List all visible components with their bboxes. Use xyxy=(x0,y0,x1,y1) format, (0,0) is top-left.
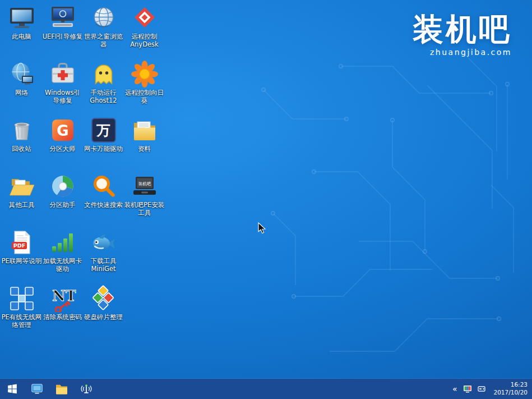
screen: 装机吧 zhuangjiba.com 此电脑 UEFI引导修复 xyxy=(0,0,532,399)
desktop-icon-label: 回收站 xyxy=(12,145,31,153)
desktop-icon-label: 硬盘碎片整理 xyxy=(84,313,123,321)
taskbar-pe-tool-button[interactable] xyxy=(25,379,49,399)
taskbar-file-explorer-button[interactable] xyxy=(49,379,74,399)
zjb-pe-installer-icon: 装机吧 xyxy=(131,173,158,200)
taskbar: « 16:23 2017/10/20 xyxy=(0,379,532,399)
windows-boot-repair-icon xyxy=(49,61,76,88)
desktop-icon-nic-driver[interactable]: 万 网卡万能驱动 xyxy=(83,116,124,172)
desktop-icon-label: 此电脑 xyxy=(12,33,31,40)
desktop-icon-label: UEFI引导修复 xyxy=(43,33,83,40)
desktop-icon-partition-assistant[interactable]: 分区助手 xyxy=(42,172,83,228)
desktop-icon-label: Windows引导修复 xyxy=(43,89,83,104)
clock-time: 16:23 xyxy=(493,381,528,389)
brand-logo: 装机吧 zhuangjiba.com xyxy=(413,13,512,57)
display-settings-icon[interactable] xyxy=(463,384,472,393)
desktop-icon-wifi-driver[interactable]: 加载无线网卡驱动 xyxy=(42,228,83,284)
partition-assistant-icon xyxy=(49,173,76,200)
anydesk-icon xyxy=(131,4,158,31)
desktop-icon-label: 分区助手 xyxy=(50,201,76,209)
recycle-bin-icon xyxy=(8,117,35,144)
desktop-icon-partition-master[interactable]: G 分区大师 xyxy=(42,116,83,172)
desktop-icon-disk-defrag[interactable]: 硬盘碎片整理 xyxy=(83,284,124,340)
taskbar-clock[interactable]: 16:23 2017/10/20 xyxy=(491,381,528,396)
wifi-driver-icon xyxy=(49,229,76,256)
tray-device-icon[interactable] xyxy=(477,384,486,393)
taskbar-wireless-tool-button[interactable] xyxy=(74,379,99,399)
desktop-icon-label: 世界之窗浏览器 xyxy=(84,33,124,48)
desktop-icon-row: PE有线无线网络管理 NT 清除系统密码 硬盘碎片整理 xyxy=(1,284,169,340)
svg-text:NT: NT xyxy=(52,287,76,304)
svg-text:PDF: PDF xyxy=(13,242,25,249)
network-icon xyxy=(8,61,35,88)
desktop-icon-label: 分区大师 xyxy=(50,145,76,153)
desktop-icon-windows-boot-repair[interactable]: Windows引导修复 xyxy=(42,59,83,116)
desktop-icon-uefi-repair[interactable]: UEFI引导修复 xyxy=(42,3,83,59)
desktop-icon-label: 清除系统密码 xyxy=(43,313,82,321)
desktop-icon-label: 手动运行Ghost12 xyxy=(84,89,124,104)
desktop-icon-pdf-readme[interactable]: PDF PE联网等说明 xyxy=(1,228,42,284)
desktop-icon-other-tools[interactable]: 其他工具 xyxy=(1,172,42,228)
svg-text:G: G xyxy=(57,122,68,139)
desktop-icon-grid: 此电脑 UEFI引导修复 世界之窗浏览器 xyxy=(1,3,169,340)
ghost12-icon xyxy=(90,61,117,88)
pe-network-manager-icon xyxy=(8,285,35,312)
desktop-icon-label: 其他工具 xyxy=(9,201,35,209)
desktop-icon-row: 此电脑 UEFI引导修复 世界之窗浏览器 xyxy=(1,3,169,59)
desktop-icon-zjb-pe-installer[interactable]: 装机吧 装机吧PE安装工具 xyxy=(124,172,165,228)
clock-date: 2017/10/20 xyxy=(493,389,528,397)
desktop-icon-row: 其他工具 分区助手 文件快速搜索 装机吧 xyxy=(1,172,169,228)
sunflower-remote-icon xyxy=(131,61,158,88)
documents-folder-icon xyxy=(131,117,158,144)
desktop-icon-anydesk[interactable]: 远程控制AnyDesk xyxy=(124,3,165,59)
desktop-icon-label: PE联网等说明 xyxy=(2,257,42,265)
file-explorer-icon xyxy=(55,383,68,395)
mouse-cursor xyxy=(257,222,266,234)
this-pc-icon xyxy=(8,4,35,31)
desktop-icon-miniget[interactable]: 下载工具MiniGet xyxy=(83,228,124,284)
taskbar-tray: « 16:23 2017/10/20 xyxy=(451,379,532,399)
desktop-icon-row: PDF PE联网等说明 加载无线网卡驱动 下载工具MiniGet xyxy=(1,228,169,284)
desktop-icon-row: 网络 Windows引导修复 手动运行Ghost12 xyxy=(1,59,169,116)
desktop-icon-pe-network-manager[interactable]: PE有线无线网络管理 xyxy=(1,284,42,340)
desktop-icon-label: 网卡万能驱动 xyxy=(84,145,123,153)
other-tools-icon xyxy=(8,173,35,200)
windows-logo-icon xyxy=(7,384,17,394)
desktop-icon-sunflower-remote[interactable]: 远程控制向日葵 xyxy=(124,59,165,116)
desktop-icon-label: 网络 xyxy=(15,89,28,97)
desktop-icon-label: 远程控制AnyDesk xyxy=(124,33,165,48)
nic-driver-icon: 万 xyxy=(90,117,117,144)
desktop-icon-label: PE有线无线网络管理 xyxy=(2,313,42,329)
desktop-icon-this-pc[interactable]: 此电脑 xyxy=(1,3,42,59)
clear-password-icon: NT xyxy=(49,285,76,312)
miniget-icon xyxy=(90,229,117,256)
start-button[interactable] xyxy=(0,379,25,399)
desktop[interactable]: 装机吧 zhuangjiba.com 此电脑 UEFI引导修复 xyxy=(0,0,532,399)
desktop-icon-documents-folder[interactable]: 资料 xyxy=(124,116,165,172)
desktop-icon-theworld-browser[interactable]: 世界之窗浏览器 xyxy=(83,3,124,59)
desktop-icon-file-search[interactable]: 文件快速搜索 xyxy=(83,172,124,228)
disk-defrag-icon xyxy=(90,285,117,312)
file-search-icon xyxy=(90,173,117,200)
partition-master-icon: G xyxy=(49,117,76,144)
desktop-icon-label: 远程控制向日葵 xyxy=(124,89,165,104)
pe-desktop-tool-icon xyxy=(31,383,43,395)
desktop-icon-ghost12[interactable]: 手动运行Ghost12 xyxy=(83,59,124,116)
desktop-icon-row: 回收站 G 分区大师 万 网卡万能驱动 xyxy=(1,116,169,172)
desktop-icon-label: 文件快速搜索 xyxy=(84,201,123,209)
desktop-icon-label: 下载工具MiniGet xyxy=(84,257,124,273)
desktop-icon-clear-password[interactable]: NT 清除系统密码 xyxy=(42,284,83,340)
desktop-icon-network[interactable]: 网络 xyxy=(1,59,42,116)
wireless-antenna-icon xyxy=(80,383,92,395)
taskbar-left xyxy=(0,379,99,399)
theworld-browser-icon xyxy=(90,4,117,31)
svg-text:装机吧: 装机吧 xyxy=(138,181,151,186)
brand-logo-subtitle: zhuangjiba.com xyxy=(413,48,512,57)
desktop-icon-label: 资料 xyxy=(138,145,151,153)
brand-logo-title: 装机吧 xyxy=(413,13,512,46)
desktop-icon-label: 装机吧PE安装工具 xyxy=(124,201,165,217)
desktop-icon-label: 加载无线网卡驱动 xyxy=(43,257,83,273)
pdf-readme-icon: PDF xyxy=(8,229,35,256)
uefi-repair-icon xyxy=(49,4,76,31)
desktop-icon-recycle-bin[interactable]: 回收站 xyxy=(1,116,42,172)
hidden-icons-chevron[interactable]: « xyxy=(451,385,459,393)
